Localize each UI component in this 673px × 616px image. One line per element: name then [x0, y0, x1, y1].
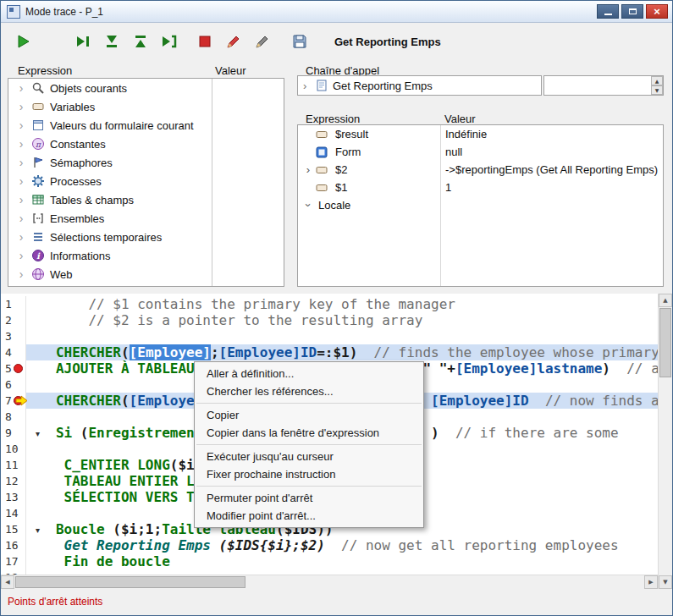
line-gutter[interactable]: 17	[1, 553, 26, 569]
code-text[interactable]: CHERCHER([Employee];[Employee]ID=:$1) //…	[26, 344, 658, 360]
code-text[interactable]	[26, 328, 658, 344]
breakpoint-icon[interactable]	[14, 364, 23, 373]
vertical-scrollbar-thumb[interactable]	[659, 308, 671, 377]
line-gutter[interactable]: 7	[1, 393, 26, 409]
expression-value: ->$reportingEmps (Get All Reporting Emps…	[445, 163, 658, 176]
tree-item-variables[interactable]: ›Variables	[8, 97, 284, 116]
fold-chevron-icon[interactable]: ▾	[36, 522, 40, 537]
chevron-right-icon[interactable]: ›	[15, 194, 27, 206]
scroll-left-button[interactable]: ◀	[1, 575, 14, 589]
vertical-scrollbar[interactable]: ▲ ▼	[658, 294, 672, 589]
tree-item-informations[interactable]: ›iInformations	[8, 246, 284, 265]
abort-and-edit-button[interactable]	[223, 30, 245, 52]
line-gutter[interactable]: 15	[1, 521, 26, 537]
expression-row-form[interactable]: Formnull	[298, 143, 663, 161]
expression-tree-panel: ›Objets courants›Variables›Valeurs du fo…	[8, 78, 284, 287]
chevron-right-icon[interactable]: ›	[15, 250, 27, 261]
window-maximize-button[interactable]	[621, 4, 643, 19]
continue-button[interactable]	[13, 30, 35, 52]
chevron-right-icon[interactable]: ›	[15, 175, 27, 187]
code-text[interactable]: // $2 is a pointer to the resulting arra…	[26, 312, 658, 328]
save-settings-button[interactable]	[289, 30, 311, 52]
scroll-right-button[interactable]: ▶	[644, 575, 658, 589]
step-into-button[interactable]	[101, 30, 123, 52]
tree-item-selections-temporaires[interactable]: ›Sélections temporaires	[8, 228, 284, 246]
scroll-up-button[interactable]: ▲	[659, 294, 672, 307]
line-gutter[interactable]: 12	[1, 473, 26, 489]
expression-row-result[interactable]: $resultIndéfinie	[298, 125, 663, 143]
scroll-down-button[interactable]: ▼	[651, 85, 663, 95]
line-gutter[interactable]: 3	[1, 328, 26, 344]
tree-item-label: Web	[50, 268, 73, 281]
scroll-down-button[interactable]: ▼	[659, 575, 672, 589]
edit-button[interactable]	[251, 30, 273, 52]
fold-chevron-icon[interactable]: ▾	[36, 426, 40, 441]
arrow-up-icon: ▲	[663, 297, 667, 304]
chevron-right-icon[interactable]: ›	[15, 268, 27, 280]
scroll-up-button[interactable]: ▲	[651, 76, 663, 85]
chevron-right-icon[interactable]: ›	[15, 119, 27, 131]
line-gutter[interactable]: 6	[1, 377, 26, 393]
code-text[interactable]: Get Reporting Emps ($IDS{$i};$2) // now …	[26, 537, 658, 553]
status-bar: Points d'arrêt atteints	[1, 589, 672, 615]
menu-item-chercher-les-references[interactable]: Chercher les références...	[195, 382, 423, 400]
line-gutter[interactable]: 8	[1, 409, 26, 425]
horizontal-scrollbar[interactable]: ◀ ▶	[1, 575, 658, 589]
menu-item-executer-jusqu-au-curseur[interactable]: Exécuter jusqu'au curseur	[195, 448, 423, 465]
chevron-right-icon[interactable]: ›	[15, 231, 27, 243]
menu-item-modifier-point-d-arret[interactable]: Modifier point d'arrêt...	[195, 507, 423, 525]
expression-row-locale[interactable]: ›Locale	[298, 196, 663, 214]
tree-item-constantes[interactable]: ›πConstantes	[8, 135, 284, 153]
close-icon: ×	[654, 5, 660, 18]
line-gutter[interactable]: 4	[1, 344, 26, 360]
evaluation-column-divider[interactable]	[440, 125, 441, 286]
chevron-right-icon[interactable]: ›	[15, 212, 27, 224]
chevron-right-icon[interactable]: ›	[15, 157, 27, 168]
tree-item-valeurs-du-formulaire-courant[interactable]: ›Valeurs du formulaire courant	[8, 116, 284, 135]
chevron-right-icon[interactable]: ›	[303, 80, 313, 92]
line-gutter[interactable]: 2	[1, 312, 26, 328]
chevron-right-icon[interactable]: ›	[15, 138, 27, 150]
line-gutter[interactable]: 10	[1, 441, 26, 457]
call-chain-item-get-reporting-emps[interactable]: ›Get Reporting Emps	[298, 76, 541, 95]
menu-item-aller-a-definition[interactable]: Aller à définition...	[195, 365, 423, 382]
step-into-process-button[interactable]	[158, 30, 180, 52]
line-gutter[interactable]: 11	[1, 457, 26, 473]
maximize-icon	[629, 8, 637, 14]
line-gutter[interactable]: 5	[1, 360, 26, 377]
menu-item-fixer-prochaine-instruction[interactable]: Fixer prochaine instruction	[195, 465, 423, 483]
tree-item-objets-courants[interactable]: ›Objets courants	[8, 79, 284, 97]
line-gutter[interactable]: 1	[1, 296, 26, 312]
tree-item-tables-champs[interactable]: ›Tables & champs	[8, 190, 284, 209]
tree-item-web[interactable]: ›Web	[8, 265, 284, 283]
chevron-right-icon[interactable]: ›	[303, 163, 313, 176]
tree-item-processes[interactable]: ›Processes	[8, 172, 284, 190]
tree-item-ensembles[interactable]: ›Ensembles	[8, 209, 284, 228]
chevron-down-icon[interactable]: ›	[302, 201, 315, 211]
horizontal-scrollbar-thumb[interactable]	[15, 576, 245, 588]
menu-item-copier-dans-la-fenetre-d-expression[interactable]: Copier dans la fenêtre d'expression	[195, 424, 423, 442]
tree-column-divider[interactable]	[212, 79, 212, 286]
chevron-right-icon[interactable]: ›	[15, 82, 27, 94]
line-gutter[interactable]: 13	[1, 489, 26, 505]
chevron-right-icon[interactable]: ›	[15, 101, 27, 113]
window-close-button[interactable]: ×	[646, 4, 668, 19]
tree-item-semaphores[interactable]: ›Sémaphores	[8, 153, 284, 172]
code-text[interactable]: Fin de boucle	[26, 553, 658, 569]
menu-item-permuter-point-d-arret[interactable]: Permuter point d'arrêt	[195, 489, 423, 507]
abort-button[interactable]	[194, 30, 216, 52]
expression-row-2[interactable]: ›$2->$reportingEmps (Get All Reporting E…	[298, 161, 663, 179]
step-out-button[interactable]	[130, 30, 152, 52]
code-text[interactable]: // $1 contains the primary key of the ma…	[26, 296, 658, 312]
step-over-icon	[74, 33, 91, 50]
step-over-button[interactable]	[72, 30, 94, 52]
title-bar[interactable]: Mode trace - P_1 ×	[1, 1, 672, 23]
window-minimize-button[interactable]	[597, 4, 619, 19]
expression-row-1[interactable]: $11	[298, 179, 663, 196]
line-gutter[interactable]: 9	[1, 425, 26, 441]
line-gutter[interactable]: 14	[1, 505, 26, 521]
pi-icon: π	[31, 137, 47, 151]
menu-item-copier[interactable]: Copier	[195, 406, 423, 424]
set-icon	[31, 212, 47, 225]
line-gutter[interactable]: 16	[1, 537, 26, 553]
